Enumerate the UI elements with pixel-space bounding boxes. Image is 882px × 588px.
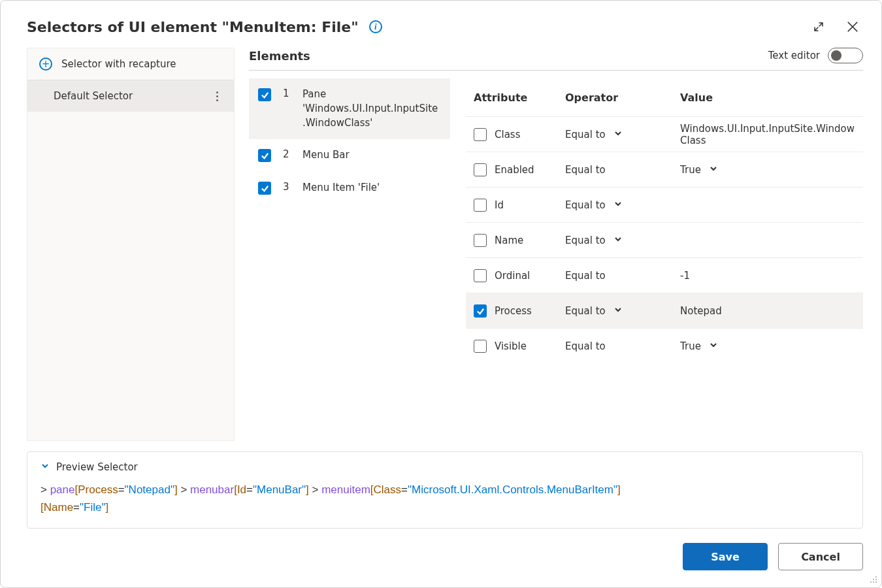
- element-row[interactable]: 1Pane 'Windows.UI.Input.InputSite.Window…: [249, 78, 450, 139]
- toggle-knob: [831, 50, 841, 61]
- attribute-value: True: [680, 164, 701, 176]
- element-row[interactable]: 2Menu Bar: [249, 139, 450, 172]
- element-name: Menu Item 'File': [302, 181, 380, 195]
- preview-token: menubar: [190, 483, 234, 496]
- chevron-down-icon[interactable]: [613, 235, 623, 246]
- preview-token: ]: [106, 501, 109, 514]
- preview-token: =: [73, 501, 80, 514]
- attribute-name: Process: [495, 305, 532, 317]
- preview-token: Id: [237, 483, 246, 496]
- preview-body: > pane[Process="Notepad"] > menubar[Id="…: [41, 481, 849, 516]
- preview-token: =: [246, 483, 253, 496]
- attribute-checkbox[interactable]: [474, 340, 487, 353]
- preview-token: "File": [80, 501, 105, 514]
- close-icon[interactable]: [842, 16, 863, 37]
- attribute-row[interactable]: IdEqual to: [466, 187, 863, 222]
- preview-token: menuitem: [321, 483, 370, 496]
- attribute-name: Class: [495, 129, 520, 140]
- titlebar: Selectors of UI element "MenuItem: File"…: [1, 1, 881, 48]
- elements-heading: Elements: [249, 49, 310, 63]
- attribute-row[interactable]: ProcessEqual toNotepad: [466, 293, 863, 328]
- chevron-down-icon[interactable]: [613, 129, 623, 140]
- attribute-value: -1: [680, 270, 690, 282]
- preview-toggle[interactable]: Preview Selector: [41, 461, 849, 473]
- info-icon[interactable]: i: [369, 20, 382, 33]
- preview-token: >: [41, 483, 50, 496]
- dialog-title: Selectors of UI element "MenuItem: File": [27, 19, 359, 35]
- preview-token: pane: [50, 483, 75, 496]
- element-index: 2: [283, 148, 291, 160]
- cancel-button[interactable]: Cancel: [778, 543, 863, 570]
- preview-token: Process: [78, 483, 118, 496]
- selector-sidebar: + Selector with recapture Default Select…: [27, 48, 235, 441]
- attribute-checkbox[interactable]: [474, 163, 487, 176]
- preview-token: >: [178, 483, 190, 496]
- preview-token: =: [401, 483, 408, 496]
- attribute-operator: Equal to: [565, 235, 606, 246]
- attribute-operator: Equal to: [565, 340, 606, 352]
- attribute-row[interactable]: NameEqual to: [466, 222, 863, 257]
- element-name: Menu Bar: [302, 148, 350, 163]
- attribute-row[interactable]: OrdinalEqual to-1: [466, 257, 863, 293]
- attribute-name: Ordinal: [495, 270, 530, 282]
- attribute-checkbox[interactable]: [474, 199, 487, 212]
- attribute-checkbox[interactable]: [474, 128, 487, 141]
- save-button[interactable]: Save: [683, 543, 768, 570]
- dialog-footer: Save Cancel: [1, 529, 881, 587]
- expand-icon[interactable]: [808, 16, 829, 37]
- attribute-row[interactable]: ClassEqual toWindows.UI.Input.InputSite.…: [466, 116, 863, 152]
- chevron-down-icon: [41, 461, 50, 472]
- attribute-operator: Equal to: [565, 305, 606, 317]
- attribute-name: Enabled: [495, 164, 534, 176]
- attribute-checkbox[interactable]: [474, 269, 487, 282]
- preview-selector-panel: Preview Selector > pane[Process="Notepad…: [27, 451, 863, 529]
- more-icon[interactable]: [210, 90, 223, 103]
- svg-point-1: [873, 579, 874, 580]
- col-operator: Operator: [565, 91, 680, 104]
- element-checkbox[interactable]: [258, 182, 271, 195]
- plus-icon: +: [39, 57, 52, 71]
- preview-token: =: [118, 483, 125, 496]
- attribute-checkbox[interactable]: [474, 304, 487, 318]
- preview-token: ]: [617, 483, 621, 496]
- svg-point-3: [870, 581, 872, 583]
- element-row[interactable]: 3Menu Item 'File': [249, 172, 450, 204]
- attribute-row[interactable]: VisibleEqual toTrue: [466, 328, 863, 363]
- selector-builder-dialog: Selectors of UI element "MenuItem: File"…: [0, 0, 882, 588]
- main-header: Elements Text editor: [249, 48, 863, 71]
- svg-point-0: [875, 576, 877, 578]
- elements-list: 1Pane 'Windows.UI.Input.InputSite.Window…: [249, 78, 450, 441]
- text-editor-toggle[interactable]: [828, 48, 863, 63]
- element-checkbox[interactable]: [258, 88, 271, 101]
- selector-with-recapture-button[interactable]: + Selector with recapture: [27, 48, 234, 80]
- attribute-operator: Equal to: [565, 164, 606, 176]
- element-name: Pane 'Windows.UI.Input.InputSite.WindowC…: [302, 88, 441, 130]
- attribute-checkbox[interactable]: [474, 234, 487, 247]
- preview-token: Class: [374, 483, 402, 496]
- svg-point-5: [875, 581, 877, 583]
- resize-handle-icon[interactable]: [868, 574, 877, 583]
- preview-token: Name: [44, 501, 73, 514]
- chevron-down-icon[interactable]: [613, 199, 623, 211]
- svg-point-4: [873, 581, 874, 583]
- chevron-down-icon[interactable]: [613, 305, 623, 317]
- preview-token: >: [309, 483, 321, 496]
- sidebar-selector-item[interactable]: Default Selector: [27, 80, 234, 112]
- element-index: 3: [283, 181, 291, 193]
- attribute-operator: Equal to: [565, 199, 606, 211]
- element-checkbox[interactable]: [258, 149, 271, 162]
- attribute-row[interactable]: EnabledEqual toTrue: [466, 152, 863, 187]
- chevron-down-icon[interactable]: [709, 340, 718, 352]
- recapture-label: Selector with recapture: [61, 58, 176, 70]
- text-editor-label: Text editor: [768, 50, 820, 61]
- attribute-name: Id: [495, 199, 504, 211]
- chevron-down-icon[interactable]: [709, 164, 718, 176]
- preview-token: "Microsoft.UI.Xaml.Controls.MenuBarItem": [408, 483, 617, 496]
- attribute-operator: Equal to: [565, 270, 606, 282]
- preview-title: Preview Selector: [56, 461, 138, 473]
- attribute-table-header: Attribute Operator Value: [466, 78, 863, 116]
- attribute-value: True: [680, 340, 701, 352]
- svg-point-2: [875, 579, 877, 580]
- preview-token: "Notepad": [125, 483, 174, 496]
- main-panel: Elements Text editor 1Pane 'Windows.UI.I…: [249, 48, 863, 441]
